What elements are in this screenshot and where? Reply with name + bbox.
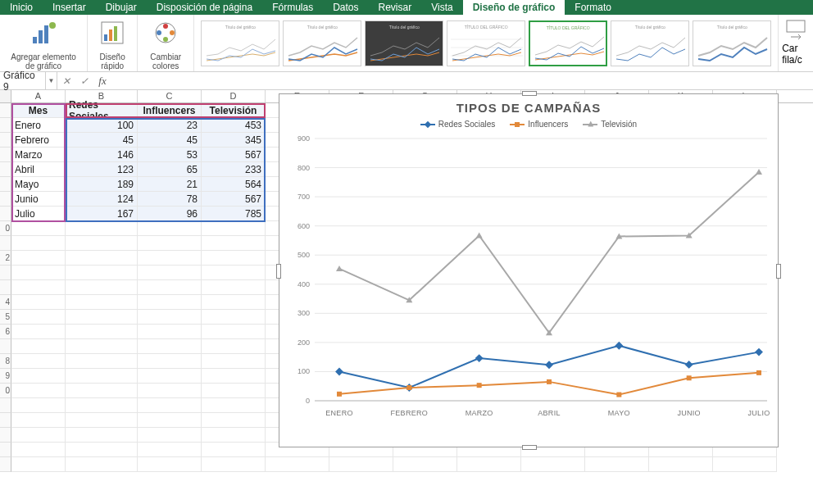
row-header[interactable]: 6 [0, 325, 11, 339]
cell[interactable]: 100 [66, 118, 138, 133]
cell[interactable] [138, 236, 202, 251]
name-box-dropdown[interactable]: ▼ [46, 72, 57, 89]
quick-layout-button[interactable]: Diseño rápido [88, 15, 138, 71]
cell[interactable]: 78 [138, 192, 202, 207]
cell[interactable] [11, 280, 66, 295]
chart-style-3[interactable]: Título del gráfico [365, 20, 443, 66]
cell[interactable] [138, 354, 202, 369]
cell[interactable] [457, 457, 521, 472]
cell[interactable]: 123 [66, 162, 138, 177]
cell[interactable] [11, 384, 66, 398]
cell[interactable] [11, 266, 66, 280]
cell[interactable] [11, 428, 66, 443]
chart-style-4[interactable]: TÍTULO DEL GRÁFICO [447, 20, 525, 66]
cell[interactable] [138, 457, 202, 472]
fx-icon[interactable]: fx [93, 72, 111, 89]
add-chart-element-button[interactable]: Agregar elemento de gráfico [0, 15, 88, 71]
legend-influencers[interactable]: Influencers [510, 120, 568, 129]
switch-row-col-button[interactable]: Car fila/c [778, 15, 813, 71]
cell[interactable]: 567 [202, 148, 266, 162]
row-header[interactable] [0, 148, 11, 162]
cell[interactable]: Mayo [11, 177, 66, 192]
row-header[interactable]: 4 [0, 295, 11, 310]
chart-style-7[interactable]: Título del gráfico [693, 20, 771, 66]
cell[interactable]: 146 [66, 148, 138, 162]
row-header[interactable] [0, 280, 11, 295]
cell[interactable] [66, 295, 138, 310]
cell[interactable] [138, 325, 202, 339]
cell[interactable] [66, 354, 138, 369]
cell[interactable] [11, 251, 66, 266]
cell[interactable] [138, 443, 202, 457]
row-header[interactable] [0, 192, 11, 207]
cell[interactable] [11, 295, 66, 310]
cell[interactable] [138, 413, 202, 428]
chart-style-1[interactable]: Título del gráfico [201, 20, 279, 66]
change-colors-button[interactable]: Cambiar colores [138, 15, 194, 71]
cell[interactable] [66, 251, 138, 266]
cell[interactable]: 96 [138, 207, 202, 221]
row-header[interactable]: 5 [0, 310, 11, 325]
cell[interactable] [138, 266, 202, 280]
cell[interactable] [202, 443, 266, 457]
cell[interactable] [66, 339, 138, 354]
select-all-corner[interactable] [0, 90, 11, 102]
cell[interactable] [202, 369, 266, 384]
cell[interactable] [11, 413, 66, 428]
row-header[interactable] [0, 457, 11, 472]
tab-datos[interactable]: Datos [323, 0, 368, 15]
row-header[interactable] [0, 133, 11, 148]
cell[interactable] [138, 221, 202, 236]
tab-inicio[interactable]: Inicio [0, 0, 43, 15]
cell[interactable]: 167 [66, 207, 138, 221]
cell[interactable]: 567 [202, 192, 266, 207]
row-header[interactable] [0, 177, 11, 192]
cell[interactable] [11, 457, 66, 472]
cell[interactable] [66, 236, 138, 251]
col-header-A[interactable]: A [11, 90, 66, 102]
chart-style-2[interactable]: Título del gráfico [283, 20, 361, 66]
cell[interactable] [202, 266, 266, 280]
row-header[interactable] [0, 103, 11, 118]
name-box[interactable]: Gráfico 9 [0, 72, 46, 89]
row-header[interactable] [0, 266, 11, 280]
tab-dibujar[interactable]: Dibujar [96, 0, 147, 15]
cell[interactable] [11, 443, 66, 457]
cell[interactable]: Abril [11, 162, 66, 177]
cell[interactable] [66, 310, 138, 325]
cell[interactable]: Julio [11, 207, 66, 221]
cell[interactable]: 21 [138, 177, 202, 192]
cell[interactable] [202, 413, 266, 428]
chart-style-6[interactable]: Título del gráfico [611, 20, 689, 66]
cell[interactable] [138, 339, 202, 354]
chart-handle-s[interactable] [522, 445, 537, 450]
row-header[interactable] [0, 443, 11, 457]
cell[interactable] [202, 325, 266, 339]
cell[interactable] [202, 339, 266, 354]
cell[interactable] [11, 354, 66, 369]
cell[interactable]: Enero [11, 118, 66, 133]
cell[interactable] [521, 457, 585, 472]
cell[interactable] [202, 310, 266, 325]
cell[interactable] [66, 280, 138, 295]
cell[interactable] [66, 221, 138, 236]
col-header-D[interactable]: D [202, 90, 266, 102]
tab-revisar[interactable]: Revisar [369, 0, 422, 15]
cell[interactable]: 124 [66, 192, 138, 207]
row-header[interactable] [0, 118, 11, 133]
row-header[interactable] [0, 162, 11, 177]
confirm-icon[interactable]: ✓ [75, 72, 93, 89]
cell[interactable] [66, 428, 138, 443]
chart-legend[interactable]: Redes Sociales Influencers Televisión [279, 115, 778, 130]
cell[interactable] [202, 251, 266, 266]
col-header-C[interactable]: C [138, 90, 202, 102]
cell[interactable]: 233 [202, 162, 266, 177]
cell[interactable] [202, 457, 266, 472]
cell[interactable] [202, 428, 266, 443]
cell[interactable] [202, 398, 266, 413]
cell[interactable] [66, 384, 138, 398]
cell[interactable] [649, 457, 713, 472]
cell[interactable] [138, 280, 202, 295]
cell[interactable] [138, 295, 202, 310]
cell[interactable] [11, 398, 66, 413]
